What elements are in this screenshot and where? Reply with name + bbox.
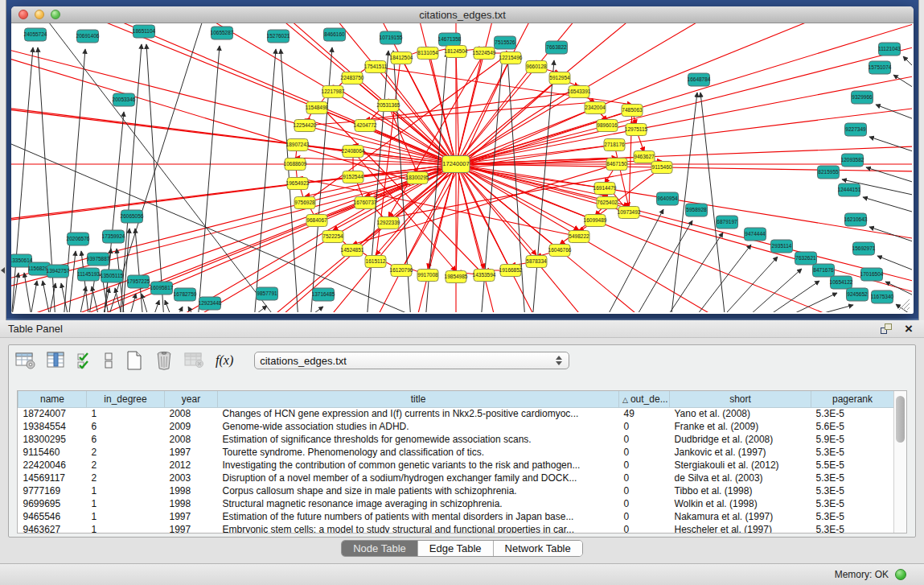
graph-node[interactable]: 5498222: [569, 231, 589, 243]
graph-node[interactable]: 93975887: [87, 253, 110, 266]
graph-node[interactable]: 22483750: [341, 72, 364, 84]
graph-node[interactable]: 16095817: [150, 282, 174, 295]
trash-icon[interactable]: [154, 349, 174, 372]
network-window[interactable]: citations_edges.txt 24055724206914061865…: [11, 6, 914, 314]
graph-node[interactable]: 17359924: [102, 230, 125, 243]
scrollbar-thumb[interactable]: [896, 396, 905, 443]
table-row[interactable]: 1830029562008Estimation of significance …: [18, 433, 894, 446]
graph-node[interactable]: 16782759: [174, 288, 197, 301]
graph-node[interactable]: 16120796: [390, 265, 413, 277]
graph-node[interactable]: 9245652: [847, 288, 869, 301]
graph-node[interactable]: 7625402: [597, 197, 618, 209]
table-row[interactable]: 969969511998Structural magnetic resonanc…: [18, 497, 894, 510]
graph-node[interactable]: 9857791: [257, 287, 278, 300]
graph-node[interactable]: 9917008: [417, 270, 438, 282]
column-header[interactable]: title: [218, 391, 619, 407]
graph-node[interactable]: 10655287: [211, 27, 234, 39]
close-panel-icon[interactable]: ×: [905, 323, 913, 335]
graph-node[interactable]: 12923448: [199, 297, 222, 310]
graph-node[interactable]: 14671358: [438, 33, 462, 46]
graph-node[interactable]: 12444151: [838, 183, 861, 196]
graph-node[interactable]: 18651104: [133, 25, 156, 38]
window-titlebar[interactable]: citations_edges.txt: [11, 6, 914, 23]
graph-node[interactable]: 2935114: [771, 240, 793, 253]
table-row[interactable]: 946554611997Estimation of the future num…: [18, 510, 894, 523]
graph-node[interactable]: 6879197: [717, 216, 738, 229]
table-scrollbar[interactable]: [893, 391, 906, 533]
graph-node[interactable]: 17016504: [860, 268, 884, 281]
column-header[interactable]: short: [670, 391, 811, 407]
graph-node[interactable]: 18907243: [286, 139, 310, 151]
delete-table-disabled-icon[interactable]: [184, 349, 205, 372]
graph-node[interactable]: 2718176: [604, 139, 625, 151]
graph-node[interactable]: 16648784: [688, 73, 711, 86]
graph-node[interactable]: 11548498: [306, 102, 329, 114]
column-header[interactable]: year: [165, 391, 218, 407]
graph-node[interactable]: 15751074: [869, 61, 892, 74]
tab-edge-table[interactable]: Edge Table: [418, 541, 494, 556]
graph-node[interactable]: 7485063: [622, 105, 643, 117]
network-canvas[interactable]: 2405572420691406186511041065528715276021…: [11, 23, 912, 312]
graph-node[interactable]: 9474444: [745, 228, 766, 241]
graph-node[interactable]: 15224549: [473, 47, 496, 60]
graph-node[interactable]: 8131054: [417, 47, 438, 60]
column-header[interactable]: in_degree: [87, 391, 165, 407]
graph-node[interactable]: 10719155: [380, 31, 403, 44]
column-header[interactable]: pagerank: [811, 391, 894, 407]
function-builder-icon[interactable]: f(x): [216, 349, 233, 372]
graph-node[interactable]: 17240007: [442, 156, 470, 173]
tab-network-table[interactable]: Network Table: [494, 541, 582, 556]
graph-node[interactable]: 15276021: [267, 30, 290, 43]
graph-node[interactable]: 13716485: [312, 288, 335, 301]
table-row[interactable]: 911546021997Tourette syndrome. Phenomeno…: [18, 446, 894, 459]
graph-node[interactable]: 19166852: [499, 265, 523, 277]
graph-node[interactable]: 9640954: [657, 192, 679, 205]
graph-node[interactable]: 19654923: [286, 178, 310, 190]
graph-node[interactable]: 5912954: [549, 72, 570, 84]
graph-node[interactable]: 8471676: [813, 264, 835, 277]
graph-node[interactable]: 12217987: [322, 86, 345, 98]
graph-node[interactable]: 20053346: [113, 93, 136, 106]
graph-node[interactable]: 9463627: [634, 151, 655, 163]
graph-node[interactable]: 14204772: [354, 120, 377, 132]
table-column-icon[interactable]: [47, 349, 66, 372]
graph-node[interactable]: 12093582: [841, 154, 864, 167]
graph-node[interactable]: 9896016: [597, 120, 618, 132]
column-settings-icon[interactable]: [15, 349, 36, 372]
graph-node[interactable]: 2342004: [585, 102, 606, 114]
graph-node[interactable]: 7515526: [495, 36, 516, 49]
new-table-icon[interactable]: [125, 349, 144, 372]
graph-node[interactable]: 5878334: [526, 256, 547, 268]
graph-node[interactable]: 11675340: [871, 290, 894, 303]
table-row[interactable]: 1872400712008Changes of HCN gene express…: [18, 407, 894, 420]
graph-node[interactable]: 14353594: [473, 270, 496, 282]
table-row[interactable]: 946362711997Embryonic stem cells: a mode…: [18, 523, 894, 533]
graph-node[interactable]: 9756928: [294, 197, 315, 209]
graph-node[interactable]: 18300295: [406, 172, 429, 184]
graph-node[interactable]: 12254420: [294, 120, 317, 132]
graph-node[interactable]: 20691406: [76, 30, 100, 43]
graph-node[interactable]: 8466160: [324, 28, 346, 41]
graph-node[interactable]: 17957225: [127, 275, 150, 288]
graph-node[interactable]: 9227349: [845, 123, 867, 136]
rows-icon[interactable]: [103, 349, 114, 372]
graph-node[interactable]: 10688609: [284, 159, 307, 171]
graph-node[interactable]: 9660128: [526, 61, 547, 73]
table-row[interactable]: 2242004622012Investigating the contribut…: [18, 459, 894, 472]
graph-node[interactable]: 12215496: [499, 52, 523, 64]
graph-node[interactable]: 20531365: [377, 100, 400, 112]
select-check-icon[interactable]: [76, 349, 92, 372]
graph-node[interactable]: 7522254: [322, 231, 343, 243]
graph-node[interactable]: 13942757: [47, 265, 70, 278]
graph-node[interactable]: 8215955: [818, 166, 840, 179]
graph-node[interactable]: 22408064: [342, 146, 365, 158]
graph-node[interactable]: 9329966: [852, 91, 873, 104]
graph-node[interactable]: 1615112: [365, 256, 386, 268]
column-header[interactable]: △out_de...: [619, 391, 670, 407]
graph-node[interactable]: 10973493: [618, 207, 641, 219]
graph-node[interactable]: 16099489: [584, 215, 607, 227]
graph-node[interactable]: 7632621: [795, 252, 817, 265]
graph-node[interactable]: 13505115: [101, 270, 124, 282]
graph-node[interactable]: 16046766: [548, 245, 572, 257]
graph-node[interactable]: 11121043: [878, 43, 901, 56]
